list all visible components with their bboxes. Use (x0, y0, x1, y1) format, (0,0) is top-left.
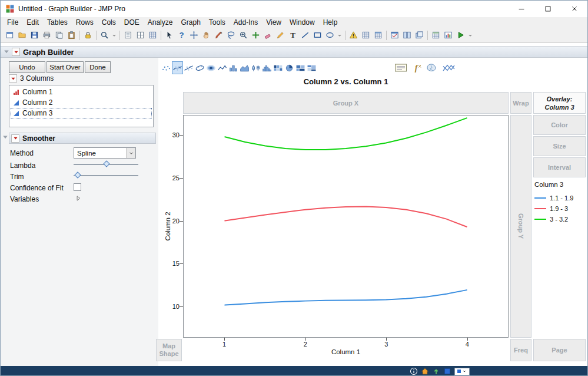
zoom-tool-icon[interactable] (237, 29, 250, 41)
brush-tool-icon[interactable] (212, 29, 225, 41)
trim-slider[interactable] (74, 171, 138, 179)
legend-item[interactable]: 1.1 - 1.9 (534, 193, 573, 203)
element-parallel-plot-button[interactable] (441, 61, 456, 74)
up-arrow-icon[interactable] (432, 367, 440, 375)
element-line-button[interactable] (217, 61, 228, 74)
element-formula-button[interactable]: f (410, 61, 424, 74)
bar-chart-doc-icon[interactable] (442, 29, 454, 41)
plot-area[interactable] (183, 115, 509, 338)
grid-icon[interactable] (360, 29, 372, 41)
search-icon[interactable] (98, 29, 111, 41)
start-over-button[interactable]: Start Over (46, 61, 84, 73)
element-line-of-fit-button[interactable] (183, 61, 194, 74)
close-button[interactable] (561, 1, 587, 17)
chevron-down-icon[interactable] (126, 148, 135, 158)
table-icon[interactable] (372, 29, 384, 41)
trim-slider-thumb[interactable] (75, 171, 81, 178)
eraser-tool-icon[interactable] (262, 29, 274, 41)
blue-square-icon[interactable] (443, 367, 451, 375)
alert-icon[interactable] (347, 29, 360, 41)
menu-file[interactable]: File (3, 17, 22, 28)
menu-addins[interactable]: Add-Ins (230, 17, 262, 28)
annotate-plus-tool-icon[interactable] (250, 29, 262, 41)
variables-disclosure-icon[interactable] (75, 194, 82, 202)
cascade-windows-icon[interactable] (413, 29, 426, 41)
home-icon[interactable] (421, 367, 429, 375)
menu-tables[interactable]: Tables (43, 17, 72, 28)
menu-window[interactable]: Window (285, 17, 319, 28)
chevron-down-icon[interactable] (467, 29, 474, 41)
element-ellipse-button[interactable] (194, 61, 205, 74)
chevron-down-icon[interactable] (336, 29, 343, 41)
smoother-curve-1.9-3[interactable] (225, 207, 466, 227)
oval-tool-icon[interactable] (324, 29, 336, 41)
smoother-disclosure-icon[interactable] (2, 134, 9, 141)
drop-zone-page[interactable]: Page (533, 339, 586, 361)
menu-analyze[interactable]: Analyze (144, 17, 177, 28)
y-axis-title[interactable]: Column 2 (164, 212, 171, 240)
journal-icon[interactable] (122, 29, 134, 41)
red-triangle-menu-icon[interactable] (9, 74, 17, 83)
method-select[interactable]: Spline (74, 147, 136, 159)
menu-doe[interactable]: DOE (120, 17, 144, 28)
lasso-tool-icon[interactable] (225, 29, 237, 41)
new-window-icon[interactable] (4, 29, 16, 41)
chevron-down-icon[interactable] (111, 29, 118, 41)
lambda-slider[interactable] (74, 160, 138, 168)
menu-rows[interactable]: Rows (72, 17, 98, 28)
element-bar-button[interactable] (228, 61, 239, 74)
element-smoother-button[interactable] (172, 61, 183, 74)
text-tool-icon[interactable]: T (287, 29, 299, 41)
status-dropdown[interactable] (454, 368, 470, 375)
pencil-tool-icon[interactable] (274, 29, 287, 41)
open-icon[interactable] (16, 29, 28, 41)
done-button[interactable]: Done (85, 61, 111, 73)
save-icon[interactable] (28, 29, 41, 41)
element-histogram-button[interactable] (261, 61, 273, 74)
element-heatmap-button[interactable] (273, 61, 284, 74)
red-triangle-menu-icon[interactable] (12, 48, 20, 56)
copy-icon[interactable] (53, 29, 65, 41)
menu-graph[interactable]: Graph (177, 17, 204, 28)
legend-item[interactable]: 3 - 3.2 (534, 214, 573, 225)
outline-disclosure-icon[interactable] (3, 48, 10, 55)
drop-zone-map-shape[interactable]: Map Shape (156, 339, 182, 361)
line-tool-icon[interactable] (299, 29, 311, 41)
tile-windows-icon[interactable] (401, 29, 413, 41)
element-points-button[interactable] (161, 61, 172, 74)
minimize-button[interactable] (508, 1, 534, 17)
arrow-tool-icon[interactable] (163, 29, 175, 41)
grid-icon[interactable] (147, 29, 159, 41)
element-treemap-button[interactable] (295, 61, 306, 74)
lambda-slider-thumb[interactable] (103, 160, 109, 167)
data-table-icon[interactable] (430, 29, 442, 41)
red-triangle-menu-icon[interactable] (11, 134, 19, 143)
drop-zone-wrap[interactable]: Wrap (510, 92, 531, 114)
paste-icon[interactable] (65, 29, 78, 41)
undo-button[interactable]: Undo (9, 61, 45, 73)
element-contour-button[interactable] (205, 61, 217, 74)
smoother-curve-3-3.2[interactable] (225, 118, 466, 150)
grabber-tool-icon[interactable] (200, 29, 212, 41)
element-pie-button[interactable] (284, 61, 295, 74)
drop-zone-freq[interactable]: Freq (510, 339, 531, 361)
x-axis-title[interactable]: Column 1 (183, 348, 509, 355)
smoother-curve-1.1-1.9[interactable] (225, 290, 466, 305)
drop-zone-color[interactable]: Color (533, 115, 586, 135)
menu-tools[interactable]: Tools (205, 17, 230, 28)
element-area-button[interactable] (239, 61, 250, 74)
element-map-shape-button[interactable] (426, 61, 440, 74)
layout-icon[interactable] (134, 29, 147, 41)
legend-item[interactable]: 1.9 - 3 (534, 203, 573, 214)
element-box-plot-button[interactable] (250, 61, 261, 74)
maximize-button[interactable] (534, 1, 561, 17)
drop-zone-interval[interactable]: Interval (533, 157, 586, 177)
element-caption-box-button[interactable] (394, 61, 408, 74)
lock-icon[interactable] (82, 29, 94, 41)
shape-tool-icon[interactable] (311, 29, 324, 41)
menu-help[interactable]: Help (319, 17, 342, 28)
confidence-of-fit-checkbox[interactable] (74, 183, 81, 191)
menu-view[interactable]: View (262, 17, 285, 28)
menu-cols[interactable]: Cols (98, 17, 120, 28)
element-mosaic-button[interactable] (306, 61, 317, 74)
